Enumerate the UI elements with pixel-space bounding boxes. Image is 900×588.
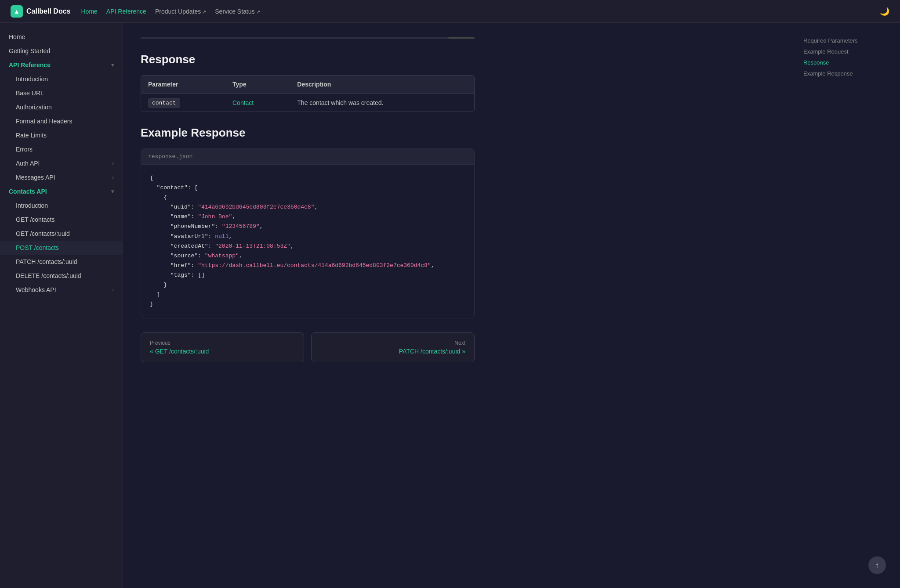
sidebar-item-delete-contacts-uuid[interactable]: DELETE /contacts/:uuid — [0, 269, 123, 283]
code-block-header: response.json — [141, 149, 474, 165]
sidebar-item-errors[interactable]: Errors — [0, 142, 123, 156]
prev-link: « GET /contacts/:uuid — [150, 348, 295, 355]
nav-home[interactable]: Home — [81, 8, 97, 15]
prev-button[interactable]: Previous « GET /contacts/:uuid — [141, 332, 304, 362]
example-response-heading: Example Response — [141, 126, 795, 140]
logo-text: Callbell Docs — [26, 7, 70, 15]
scroll-thumb — [448, 37, 475, 39]
toc-required-parameters[interactable]: Required Parameters — [803, 35, 891, 46]
code-contact: contact — [148, 98, 180, 108]
sidebar-item-post-contacts[interactable]: POST /contacts — [0, 241, 123, 255]
sidebar-item-webhooks-api[interactable]: Webhooks API › — [0, 283, 123, 297]
sidebar-item-introduction[interactable]: Introduction — [0, 72, 123, 86]
scroll-top-button[interactable]: ↑ — [868, 556, 886, 574]
sidebar-item-messages-api[interactable]: Messages API › — [0, 170, 123, 184]
table-cell-description: The contact which was created. — [290, 94, 474, 112]
sidebar-item-format-headers[interactable]: Format and Headers — [0, 114, 123, 128]
sidebar-item-rate-limits[interactable]: Rate Limits — [0, 128, 123, 142]
topnav: ▲ Callbell Docs Home API Reference Produ… — [0, 0, 900, 23]
sidebar-item-api-reference[interactable]: API Reference ▾ — [0, 58, 123, 72]
toc-example-request[interactable]: Example Request — [803, 46, 891, 57]
sidebar-item-contacts-intro[interactable]: Introduction — [0, 198, 123, 213]
toc: Required Parameters Example Request Resp… — [803, 35, 891, 79]
sidebar-item-home[interactable]: Home — [0, 30, 123, 44]
chevron-right-icon: › — [112, 160, 114, 166]
table-header-type: Type — [225, 76, 290, 94]
code-block-body[interactable]: { "contact": [ { "uuid": "414a6d692bd645… — [141, 165, 474, 318]
nav-api-reference[interactable]: API Reference — [106, 8, 146, 15]
logo[interactable]: ▲ Callbell Docs — [11, 5, 70, 18]
table-cell-parameter: contact — [141, 94, 225, 112]
sidebar-item-getting-started[interactable]: Getting Started — [0, 44, 123, 58]
nav-product-updates[interactable]: Product Updates — [155, 8, 206, 15]
toc-example-response[interactable]: Example Response — [803, 68, 891, 79]
sidebar-item-get-contacts-uuid[interactable]: GET /contacts/:uuid — [0, 227, 123, 241]
table-cell-type: Contact — [225, 94, 290, 112]
type-link-contact[interactable]: Contact — [232, 99, 254, 106]
next-link: PATCH /contacts/:uuid » — [320, 348, 465, 355]
code-block: response.json { "contact": [ { "uuid": "… — [141, 148, 475, 318]
sidebar-item-authorization[interactable]: Authorization — [0, 100, 123, 114]
table-header-parameter: Parameter — [141, 76, 225, 94]
sidebar: Home Getting Started API Reference ▾ Int… — [0, 23, 123, 588]
logo-icon: ▲ — [11, 5, 23, 18]
sidebar-item-contacts-api[interactable]: Contacts API ▾ — [0, 184, 123, 198]
main-content: Response Parameter Type Description co — [123, 23, 812, 588]
response-table: Parameter Type Description contact Conta… — [141, 75, 475, 112]
chevron-right-icon-3: › — [112, 287, 114, 293]
sidebar-item-patch-contacts-uuid[interactable]: PATCH /contacts/:uuid — [0, 255, 123, 269]
example-response-section: Example Response response.json { "contac… — [141, 126, 795, 318]
nav-bottom: Previous « GET /contacts/:uuid Next PATC… — [141, 332, 475, 362]
next-button[interactable]: Next PATCH /contacts/:uuid » — [311, 332, 475, 362]
sidebar-item-auth-api[interactable]: Auth API › — [0, 156, 123, 170]
layout: Home Getting Started API Reference ▾ Int… — [0, 23, 900, 588]
sidebar-item-get-contacts[interactable]: GET /contacts — [0, 213, 123, 227]
response-section: Response Parameter Type Description co — [141, 53, 795, 112]
nav-service-status[interactable]: Service Status — [215, 8, 260, 15]
chevron-right-icon-2: › — [112, 174, 114, 180]
table-row: contact Contact The contact which was cr… — [141, 94, 474, 112]
chevron-down-icon: ▾ — [111, 62, 114, 68]
prev-label: Previous — [150, 340, 295, 346]
response-heading: Response — [141, 53, 795, 66]
chevron-down-icon-2: ▾ — [111, 188, 114, 195]
toc-response[interactable]: Response — [803, 57, 891, 68]
next-label: Next — [320, 340, 465, 346]
scroll-indicator — [141, 37, 475, 39]
table-header-description: Description — [290, 76, 474, 94]
topnav-links: Home API Reference Product Updates Servi… — [81, 8, 260, 15]
theme-toggle[interactable]: 🌙 — [880, 7, 889, 16]
sidebar-item-base-url[interactable]: Base URL — [0, 86, 123, 100]
